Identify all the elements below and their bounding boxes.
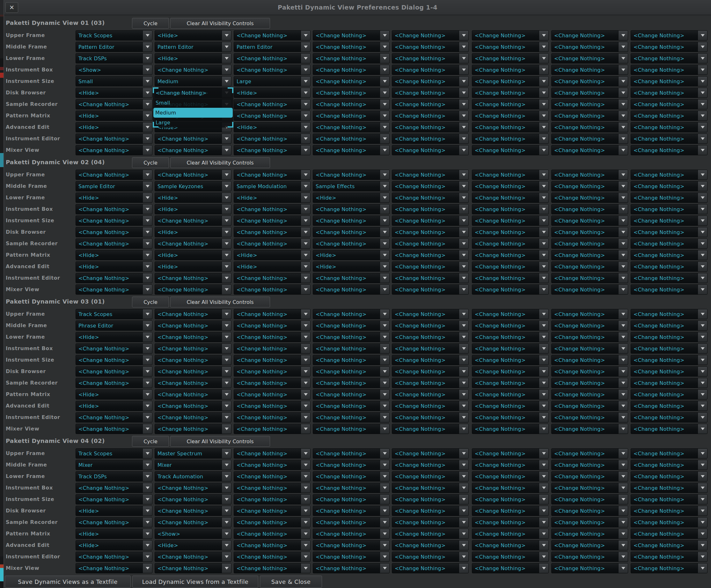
view-dropdown[interactable]: <Change Nothing> (631, 355, 708, 365)
view-dropdown[interactable]: <Change Nothing> (392, 483, 469, 493)
view-dropdown[interactable]: <Change Nothing> (313, 204, 390, 214)
clear-all-visibility-button[interactable]: Clear All Visibility Controls (170, 297, 270, 307)
view-dropdown[interactable]: <Hide> (234, 122, 310, 132)
view-dropdown[interactable]: Track Automation (155, 471, 232, 481)
view-dropdown[interactable]: <Change Nothing> (631, 284, 708, 295)
view-dropdown[interactable]: <Change Nothing> (76, 216, 152, 226)
view-dropdown[interactable]: <Change Nothing> (313, 389, 390, 399)
view-dropdown[interactable]: <Change Nothing> (631, 424, 708, 434)
view-dropdown[interactable]: <Change Nothing> (392, 355, 469, 365)
view-dropdown[interactable]: <Change Nothing> (234, 494, 310, 504)
view-dropdown[interactable]: Pattern Editor (76, 42, 152, 52)
view-dropdown[interactable]: <Change Nothing> (472, 122, 549, 132)
view-dropdown[interactable]: <Change Nothing> (313, 309, 390, 319)
view-dropdown[interactable]: <Change Nothing> (234, 344, 310, 354)
view-dropdown[interactable]: <Change Nothing> (472, 378, 549, 388)
view-dropdown[interactable]: <Change Nothing> (472, 540, 549, 550)
view-dropdown[interactable]: <Change Nothing> (234, 378, 310, 388)
view-dropdown[interactable]: <Change Nothing> (234, 65, 310, 75)
view-dropdown[interactable]: <Change Nothing> (472, 250, 549, 260)
view-dropdown[interactable]: <Change Nothing> (155, 506, 232, 516)
view-dropdown[interactable]: <Change Nothing> (234, 355, 310, 365)
view-dropdown[interactable]: <Change Nothing> (551, 261, 628, 272)
view-dropdown[interactable]: <Change Nothing> (472, 193, 549, 203)
view-dropdown[interactable]: <Change Nothing> (155, 216, 232, 226)
view-dropdown[interactable]: <Change Nothing> (155, 239, 232, 249)
view-dropdown[interactable]: <Change Nothing> (631, 506, 708, 516)
view-dropdown[interactable]: <Change Nothing> (155, 332, 232, 342)
view-dropdown[interactable]: <Change Nothing> (313, 483, 390, 493)
view-dropdown[interactable]: <Change Nothing> (76, 424, 152, 434)
view-dropdown[interactable]: <Change Nothing> (631, 540, 708, 550)
view-dropdown[interactable]: <Change Nothing> (392, 111, 469, 121)
view-dropdown[interactable]: <Change Nothing> (313, 563, 390, 573)
view-dropdown[interactable]: <Change Nothing> (76, 378, 152, 388)
view-dropdown[interactable]: <Change Nothing> (392, 193, 469, 203)
view-dropdown[interactable]: <Change Nothing> (551, 122, 628, 132)
view-dropdown[interactable]: <Change Nothing> (472, 42, 549, 52)
view-dropdown[interactable]: <Change Nothing> (392, 448, 469, 459)
view-dropdown[interactable]: <Change Nothing> (392, 42, 469, 52)
view-dropdown[interactable]: <Change Nothing> (313, 134, 390, 144)
view-dropdown[interactable]: <Change Nothing> (551, 250, 628, 260)
view-dropdown[interactable]: <Change Nothing> (631, 239, 708, 249)
view-dropdown[interactable]: <Change Nothing> (313, 53, 390, 63)
view-dropdown[interactable]: <Change Nothing> (631, 42, 708, 52)
view-dropdown[interactable]: <Change Nothing> (392, 239, 469, 249)
view-dropdown[interactable]: <Change Nothing> (313, 284, 390, 295)
view-dropdown[interactable]: <Change Nothing> (155, 563, 232, 573)
view-dropdown[interactable]: <Change Nothing> (313, 355, 390, 365)
view-dropdown[interactable]: <Change Nothing> (234, 389, 310, 399)
view-dropdown[interactable]: <Change Nothing> (155, 401, 232, 411)
view-dropdown[interactable]: <Change Nothing> (472, 483, 549, 493)
view-dropdown[interactable]: <Change Nothing> (472, 53, 549, 63)
view-dropdown[interactable]: <Change Nothing> (472, 332, 549, 342)
cycle-button[interactable]: Cycle (132, 297, 169, 307)
view-dropdown[interactable]: <Change Nothing> (392, 99, 469, 109)
view-dropdown[interactable]: <Hide> (155, 30, 232, 41)
view-dropdown[interactable]: <Change Nothing> (313, 424, 390, 434)
view-dropdown[interactable]: <Change Nothing> (631, 145, 708, 155)
view-dropdown[interactable]: <Change Nothing> (472, 284, 549, 295)
view-dropdown[interactable]: <Change Nothing> (392, 412, 469, 422)
view-dropdown[interactable]: <Change Nothing> (313, 494, 390, 504)
view-dropdown[interactable]: <Change Nothing> (234, 204, 310, 214)
view-dropdown[interactable]: <Change Nothing> (631, 309, 708, 319)
view-dropdown[interactable]: <Change Nothing> (392, 273, 469, 283)
view-dropdown[interactable]: <Change Nothing> (155, 145, 232, 155)
view-dropdown[interactable]: <Change Nothing> (76, 239, 152, 249)
view-dropdown[interactable]: Track Scopes (76, 309, 152, 319)
view-dropdown[interactable]: <Change Nothing> (472, 239, 549, 249)
view-dropdown[interactable]: <Change Nothing> (234, 170, 310, 180)
view-dropdown[interactable]: <Change Nothing> (76, 273, 152, 283)
view-dropdown[interactable]: <Change Nothing> (551, 227, 628, 237)
view-dropdown[interactable]: <Change Nothing> (392, 401, 469, 411)
view-dropdown[interactable]: <Change Nothing> (551, 65, 628, 75)
view-dropdown[interactable]: <Change Nothing> (234, 540, 310, 550)
view-dropdown[interactable]: <Change Nothing> (392, 552, 469, 562)
view-dropdown[interactable]: <Show> (76, 65, 152, 75)
view-dropdown[interactable]: <Change Nothing> (551, 389, 628, 399)
view-dropdown[interactable]: <Change Nothing> (155, 65, 232, 75)
view-dropdown[interactable]: <Change Nothing> (313, 540, 390, 550)
view-dropdown[interactable]: <Change Nothing> (313, 460, 390, 470)
view-dropdown[interactable]: <Change Nothing> (155, 134, 232, 144)
view-dropdown[interactable]: <Change Nothing> (234, 517, 310, 527)
view-dropdown[interactable]: <Change Nothing> (551, 344, 628, 354)
view-dropdown[interactable]: <Change Nothing> (234, 309, 310, 319)
view-dropdown[interactable]: <Change Nothing> (631, 76, 708, 86)
view-dropdown[interactable]: <Change Nothing> (392, 494, 469, 504)
view-dropdown[interactable]: <Change Nothing> (631, 273, 708, 283)
view-dropdown[interactable]: <Change Nothing> (313, 517, 390, 527)
view-dropdown[interactable]: <Hide> (76, 193, 152, 203)
view-dropdown[interactable]: Mixer (76, 460, 152, 470)
view-dropdown[interactable]: <Change Nothing> (234, 332, 310, 342)
view-dropdown[interactable]: <Change Nothing> (472, 517, 549, 527)
view-dropdown[interactable]: <Hide> (155, 540, 232, 550)
view-dropdown[interactable]: <Hide> (155, 204, 232, 214)
view-dropdown[interactable]: <Change Nothing> (313, 506, 390, 516)
view-dropdown[interactable]: <Change Nothing> (313, 412, 390, 422)
view-dropdown[interactable]: <Change Nothing> (631, 378, 708, 388)
view-dropdown[interactable]: <Change Nothing> (155, 355, 232, 365)
view-dropdown[interactable]: <Change Nothing> (551, 193, 628, 203)
